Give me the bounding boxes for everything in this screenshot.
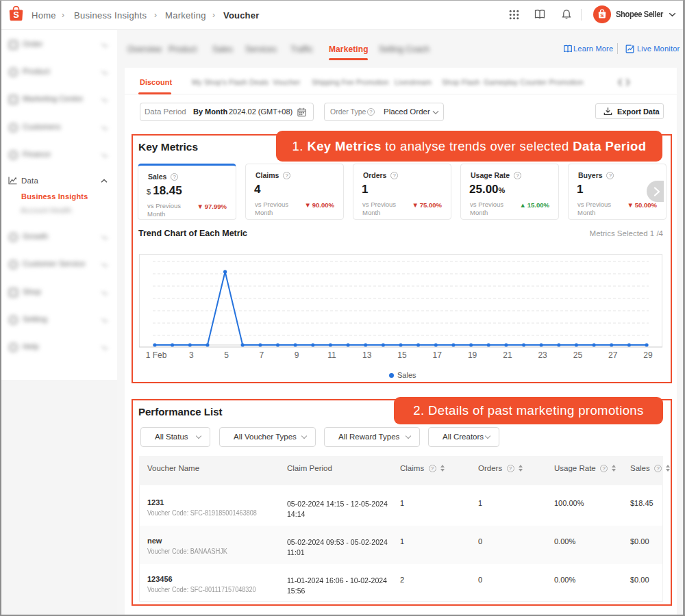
svg-text:S: S bbox=[600, 12, 604, 18]
svg-text:S: S bbox=[13, 10, 19, 20]
